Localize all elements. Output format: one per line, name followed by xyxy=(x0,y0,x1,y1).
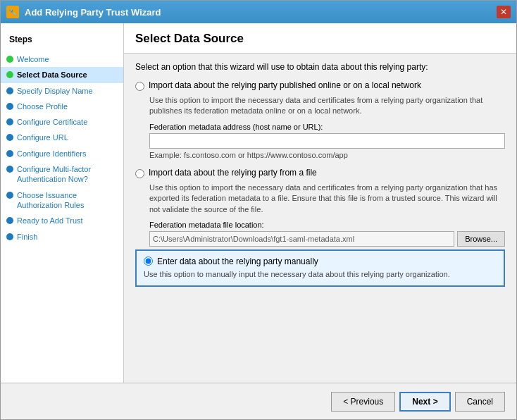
option2-radio[interactable] xyxy=(135,169,144,178)
sidebar-label-select-data-source: Select Data Source xyxy=(17,70,87,80)
dot-icon-configure-identifiers xyxy=(6,150,13,157)
option1-field-label: Federation metadata address (host name o… xyxy=(149,123,505,131)
dot-icon-select-data-source xyxy=(6,71,13,78)
previous-button[interactable]: < Previous xyxy=(331,392,395,412)
option3-desc: Use this option to manually input the ne… xyxy=(144,269,497,280)
main-window: 🔧 Add Relying Party Trust Wizard ✕ Steps… xyxy=(0,0,517,420)
dot-icon-finish xyxy=(6,233,13,240)
federation-metadata-address-input[interactable] xyxy=(149,133,505,149)
dot-icon-configure-certificate xyxy=(6,118,13,125)
sidebar-label-welcome: Welcome xyxy=(17,54,49,64)
sidebar-item-finish[interactable]: Finish xyxy=(1,229,123,245)
main-content: Select Data Source Select an option that… xyxy=(124,23,516,383)
main-header: Select Data Source xyxy=(124,23,516,54)
sidebar-item-welcome[interactable]: Welcome xyxy=(1,51,123,67)
sidebar-label-specify-display-name: Specify Display Name xyxy=(17,86,93,96)
dot-icon-welcome xyxy=(6,56,13,63)
app-icon: 🔧 xyxy=(6,6,19,18)
sidebar-item-ready-to-add-trust[interactable]: Ready to Add Trust xyxy=(1,213,123,228)
option1-desc: Use this option to import the necessary … xyxy=(149,95,505,117)
sidebar-label-choose-profile: Choose Profile xyxy=(17,101,68,111)
option1-row: Import data about the relying party publ… xyxy=(135,80,505,91)
title-bar-left: 🔧 Add Relying Party Trust Wizard xyxy=(6,6,161,18)
option1-label[interactable]: Import data about the relying party publ… xyxy=(149,80,421,90)
sidebar-item-specify-display-name[interactable]: Specify Display Name xyxy=(1,83,123,99)
cancel-button[interactable]: Cancel xyxy=(455,392,505,412)
sidebar-label-configure-identifiers: Configure Identifiers xyxy=(17,149,86,159)
dot-icon-specify-display-name xyxy=(6,87,13,94)
option2-label[interactable]: Import data about the relying party from… xyxy=(149,168,317,178)
sidebar-item-select-data-source[interactable]: Select Data Source xyxy=(1,67,123,82)
option3-radio[interactable] xyxy=(144,257,153,266)
sidebar-label-choose-auth-rules: Choose Issuance Authorization Rules xyxy=(17,190,118,211)
option2-desc: Use this option to import the necessary … xyxy=(149,183,505,215)
content-area: Steps Welcome Select Data Source Specify… xyxy=(1,23,516,383)
page-title: Select Data Source xyxy=(135,32,505,46)
dot-icon-ready-to-add-trust xyxy=(6,217,13,224)
dot-icon-choose-auth-rules xyxy=(6,192,13,199)
option3-selected-box: Enter data about the relying party manua… xyxy=(135,249,505,287)
sidebar-label-ready-to-add-trust: Ready to Add Trust xyxy=(17,216,83,226)
instruction-text: Select an option that this wizard will u… xyxy=(135,62,505,72)
sidebar-label-configure-certificate: Configure Certificate xyxy=(17,117,87,127)
option1-example: Example: fs.contoso.com or https://www.c… xyxy=(149,151,505,159)
sidebar-item-configure-certificate[interactable]: Configure Certificate xyxy=(1,114,123,130)
footer: < Previous Next > Cancel xyxy=(1,383,516,419)
next-button[interactable]: Next > xyxy=(399,392,450,412)
sidebar-item-configure-mfa[interactable]: Configure Multi-factor Authentication No… xyxy=(1,161,123,187)
close-button[interactable]: ✕ xyxy=(497,6,511,18)
dot-icon-choose-profile xyxy=(6,103,13,110)
federation-metadata-file-input[interactable] xyxy=(149,231,454,247)
window-title: Add Relying Party Trust Wizard xyxy=(25,7,161,18)
sidebar-item-configure-url[interactable]: Configure URL xyxy=(1,130,123,145)
dot-icon-configure-mfa xyxy=(6,166,13,173)
sidebar-item-choose-auth-rules[interactable]: Choose Issuance Authorization Rules xyxy=(1,187,123,214)
option3-row: Enter data about the relying party manua… xyxy=(144,257,497,266)
dot-icon-configure-url xyxy=(6,134,13,141)
sidebar-label-finish: Finish xyxy=(17,232,37,242)
sidebar: Steps Welcome Select Data Source Specify… xyxy=(1,23,124,383)
title-bar: 🔧 Add Relying Party Trust Wizard ✕ xyxy=(1,1,516,23)
option1-radio[interactable] xyxy=(135,82,144,91)
option3-label[interactable]: Enter data about the relying party manua… xyxy=(157,257,318,266)
option2-field-label: Federation metadata file location: xyxy=(149,221,505,229)
option2-row: Import data about the relying party from… xyxy=(135,168,505,178)
sidebar-item-choose-profile[interactable]: Choose Profile xyxy=(1,99,123,114)
sidebar-title: Steps xyxy=(1,30,123,51)
sidebar-label-configure-url: Configure URL xyxy=(17,132,68,142)
file-input-row: Browse... xyxy=(149,231,505,247)
sidebar-item-configure-identifiers[interactable]: Configure Identifiers xyxy=(1,146,123,161)
browse-button[interactable]: Browse... xyxy=(457,231,505,247)
main-body: Select an option that this wizard will u… xyxy=(124,54,516,383)
sidebar-label-configure-mfa: Configure Multi-factor Authentication No… xyxy=(17,164,118,185)
